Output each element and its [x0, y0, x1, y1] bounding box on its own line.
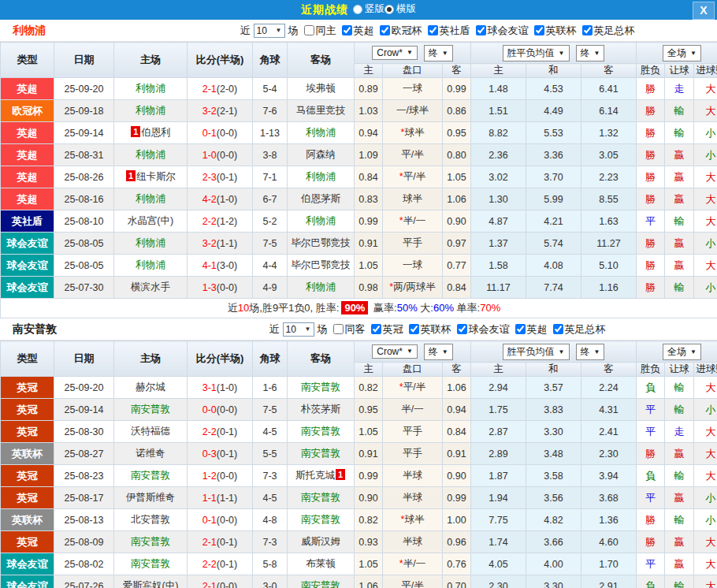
goals-result-cell: 大 [694, 166, 717, 188]
league-filter-checkbox[interactable] [534, 25, 544, 35]
league-filter-checkbox[interactable] [553, 324, 563, 334]
sub-header-avg-draw: 和 [526, 363, 581, 377]
result-cell: 勝 [637, 122, 665, 144]
chevron-down-icon: ▼ [442, 50, 448, 57]
match-count-select[interactable]: 10▼ [254, 24, 285, 38]
league-filter-checkbox[interactable] [582, 25, 593, 35]
away-team-cell: 阿森纳 [288, 144, 355, 166]
league-filter-checkbox[interactable] [457, 324, 467, 334]
avg-home-odds: 11.17 [471, 277, 526, 299]
final-avg-dropdown[interactable]: 终▼ [576, 45, 605, 61]
goals-result-cell: 大 [694, 210, 717, 233]
avg-home-odds: 1.58 [471, 255, 526, 277]
league-filter: 英足总杯 [582, 24, 635, 38]
match-row: 球会友谊25-07-26爱斯宾奴(中)2-1(0-0)3-0南安普敦1.06平/… [1, 575, 717, 588]
handicap-line: 平手 [383, 421, 443, 443]
radio-icon [353, 5, 362, 14]
handicap-away-odds: 0.90 [443, 210, 471, 233]
score-cell: 2-2(0-1) [188, 553, 253, 575]
league-filter-checkbox[interactable] [428, 25, 438, 35]
final-avg-dropdown[interactable]: 终▼ [576, 344, 605, 360]
type-badge: 英冠 [1, 399, 54, 421]
date-cell: 25-08-17 [54, 487, 114, 509]
corner-cell: 7-5 [253, 233, 288, 255]
handicap-away-odds: 0.94 [443, 399, 471, 421]
final-odds-dropdown[interactable]: 终▼ [424, 45, 453, 61]
handicap-result-cell: 輸 [665, 277, 694, 299]
handicap-away-odds: 0.90 [443, 465, 471, 487]
league-filter-label: 球会友谊 [488, 24, 529, 38]
match-count-select[interactable]: 10▼ [283, 322, 314, 337]
score-cell: 4-2(1-0) [188, 188, 253, 210]
handicap-away-odds: 0.70 [443, 575, 471, 588]
sub-header-avg-home: 主 [471, 64, 526, 78]
league-filter-checkbox[interactable] [371, 324, 381, 334]
handicap-line: 平/半 [383, 144, 443, 166]
home-team-name: 利物浦 [136, 149, 165, 160]
close-button[interactable]: X [693, 2, 715, 20]
handicap-line: 半球 [383, 531, 443, 553]
filter-row: 利物浦 近10▼场同主英超欧冠杯英社盾球会友谊英联杯英足总杯 [0, 20, 717, 42]
col-header-corner: 角球 [253, 43, 288, 78]
type-badge: 英联杯 [1, 443, 54, 465]
handicap-line: *球半 [383, 509, 443, 531]
same-venue-checkbox[interactable] [333, 324, 344, 334]
odds-source-dropdown[interactable]: Crow*▼ [372, 46, 418, 60]
league-filter-checkbox[interactable] [409, 324, 419, 334]
avg-odds-group: 胜平负均值▼终▼ [471, 43, 637, 64]
odds-source-dropdown[interactable]: Crow*▼ [372, 344, 418, 359]
final-odds-dropdown[interactable]: 终▼ [424, 344, 453, 360]
league-filter-label: 英联杯 [546, 24, 577, 38]
avg-away-odds: 3.05 [581, 144, 637, 166]
home-team-name: 伊普斯维奇 [126, 492, 176, 503]
sub-header-goals: 进球数 [694, 64, 717, 78]
home-team-cell: 横滨水手 [114, 277, 188, 299]
chevron-down-icon: ▼ [442, 348, 448, 355]
league-filter-checkbox[interactable] [342, 25, 352, 35]
title-group: 近期战绩 竖版横版 [0, 2, 717, 17]
halftime-score: (0-1) [217, 172, 237, 183]
sub-header-away-odds: 客 [443, 363, 471, 377]
type-badge: 英超 [1, 78, 54, 100]
handicap-result-cell: 贏 [665, 144, 694, 166]
handicap-away-odds: 0.99 [443, 487, 471, 509]
league-filter-checkbox[interactable] [476, 25, 486, 35]
handicap-result-cell: 贏 [665, 487, 694, 509]
away-team-name: 利物浦 [306, 127, 336, 138]
layout-radio-selected[interactable]: 横版 [385, 2, 416, 16]
same-venue-checkbox[interactable] [304, 25, 314, 35]
fulltime-score: 2-1 [202, 537, 217, 548]
corner-cell: 7-5 [253, 399, 288, 421]
fulltime-score: 2-3 [202, 172, 217, 183]
avg-home-odds: 2.36 [471, 144, 526, 166]
full-match-dropdown[interactable]: 全场▼ [663, 45, 701, 61]
score-cell: 2-2(0-1) [188, 421, 253, 443]
fulltime-score: 3-2 [202, 106, 217, 117]
summary-text: 60% [433, 302, 454, 314]
league-filter-checkbox[interactable] [380, 25, 390, 35]
handicap-home-odds: 1.03 [355, 100, 383, 122]
avg-odds-dropdown[interactable]: 胜平负均值▼ [503, 344, 570, 360]
handicap-line: 半球 [383, 487, 443, 509]
result-cell: 勝 [637, 188, 665, 210]
matches-suffix-label: 场 [288, 24, 299, 38]
avg-odds-dropdown[interactable]: 胜平负均值▼ [503, 45, 570, 61]
league-filter-checkbox[interactable] [515, 324, 526, 334]
date-cell: 25-09-18 [54, 100, 114, 122]
league-filter: 英联杯 [409, 322, 451, 337]
full-match-group: 全场▼ [637, 43, 717, 64]
away-team-cell: 朴茨茅斯 [288, 399, 355, 421]
halftime-score: (0-0) [217, 581, 237, 588]
results-table: 类型 日期 主场 比分(半场) 角球 客场 Crow*▼终▼ 胜平负均值▼终▼ … [0, 42, 717, 318]
result-cell: 平 [637, 399, 665, 421]
halftime-score: (1-0) [217, 194, 237, 205]
layout-radio-option[interactable]: 竖版 [353, 2, 385, 16]
avg-away-odds: 1.36 [581, 509, 637, 531]
result-cell: 勝 [637, 509, 665, 531]
full-match-dropdown[interactable]: 全场▼ [663, 344, 701, 360]
handicap-line: 平手 [383, 233, 443, 255]
home-team-cell: 南安普敦 [114, 465, 188, 487]
summary-text: 50% [397, 302, 418, 314]
type-badge: 欧冠杯 [1, 100, 54, 122]
corner-cell: 5-5 [253, 443, 288, 465]
